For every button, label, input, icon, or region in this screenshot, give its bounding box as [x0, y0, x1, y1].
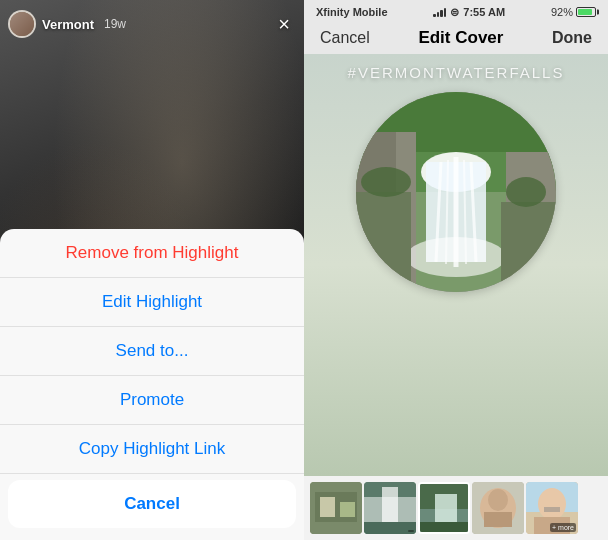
- battery-icon: [576, 7, 596, 17]
- waterfall-image: [356, 92, 556, 292]
- signal-bar-2: [437, 12, 440, 17]
- promote-button[interactable]: Promote: [0, 376, 304, 425]
- svg-point-32: [488, 489, 508, 511]
- thumbnail-2[interactable]: [364, 482, 416, 534]
- right-panel: Xfinity Mobile ⊜ 7:55 AM 92% Cancel Edit…: [304, 0, 608, 540]
- thumbnail-1[interactable]: [310, 482, 362, 534]
- wifi-icon: ⊜: [450, 6, 459, 19]
- avatar: [8, 10, 36, 38]
- svg-point-13: [406, 237, 506, 277]
- svg-rect-38: [544, 507, 552, 512]
- thumbnail-3-selected[interactable]: [418, 482, 470, 534]
- cover-area: #VERMONTWATERFALLS: [304, 54, 608, 476]
- svg-rect-25: [364, 522, 416, 534]
- svg-point-17: [506, 177, 546, 207]
- nav-bar: Cancel Edit Cover Done: [304, 22, 608, 54]
- done-button[interactable]: Done: [552, 29, 592, 47]
- hashtag-label: #VERMONTWATERFALLS: [348, 64, 565, 81]
- cover-photo[interactable]: [356, 92, 556, 292]
- cancel-button[interactable]: Cancel: [8, 480, 296, 528]
- send-to-button[interactable]: Send to...: [0, 327, 304, 376]
- username: Vermont: [42, 17, 94, 32]
- left-panel: Vermont 19w × Remove from Highlight Edit…: [0, 0, 304, 540]
- status-bar: Xfinity Mobile ⊜ 7:55 AM 92%: [304, 0, 608, 22]
- battery-fill: [578, 9, 592, 15]
- remove-highlight-button[interactable]: Remove from Highlight: [0, 229, 304, 278]
- signal-bar-1: [433, 14, 436, 17]
- nav-title: Edit Cover: [418, 28, 503, 48]
- edit-highlight-button[interactable]: Edit Highlight: [0, 278, 304, 327]
- thumbnail-strip: + more: [304, 476, 608, 540]
- action-sheet: Remove from Highlight Edit Highlight Sen…: [0, 229, 304, 540]
- thumbnail-2-label: [408, 530, 414, 532]
- svg-rect-39: [552, 507, 560, 512]
- cancel-nav-button[interactable]: Cancel: [320, 29, 370, 47]
- time-display: 7:55 AM: [463, 6, 505, 18]
- svg-rect-20: [320, 497, 335, 517]
- svg-point-36: [538, 488, 566, 520]
- copy-link-button[interactable]: Copy Highlight Link: [0, 425, 304, 474]
- signal-bar-4: [444, 8, 447, 17]
- battery-percent: 92%: [551, 6, 573, 18]
- story-time: 19w: [104, 17, 126, 31]
- thumbnail-5[interactable]: + more: [526, 482, 578, 534]
- signal-bar-3: [440, 10, 443, 17]
- svg-rect-29: [420, 522, 470, 534]
- carrier: Xfinity Mobile: [316, 6, 388, 18]
- status-right: 92%: [551, 6, 596, 18]
- signal-icon: [433, 7, 446, 17]
- avatar-image: [10, 12, 34, 36]
- close-button[interactable]: ×: [272, 12, 296, 36]
- svg-rect-33: [484, 512, 512, 527]
- story-user: Vermont 19w: [8, 10, 126, 38]
- status-center: ⊜ 7:55 AM: [433, 6, 505, 19]
- thumbnail-4[interactable]: [472, 482, 524, 534]
- svg-point-16: [361, 167, 411, 197]
- story-header: Vermont 19w ×: [8, 10, 296, 38]
- svg-rect-21: [340, 502, 355, 517]
- thumbnail-5-extra: + more: [550, 523, 576, 532]
